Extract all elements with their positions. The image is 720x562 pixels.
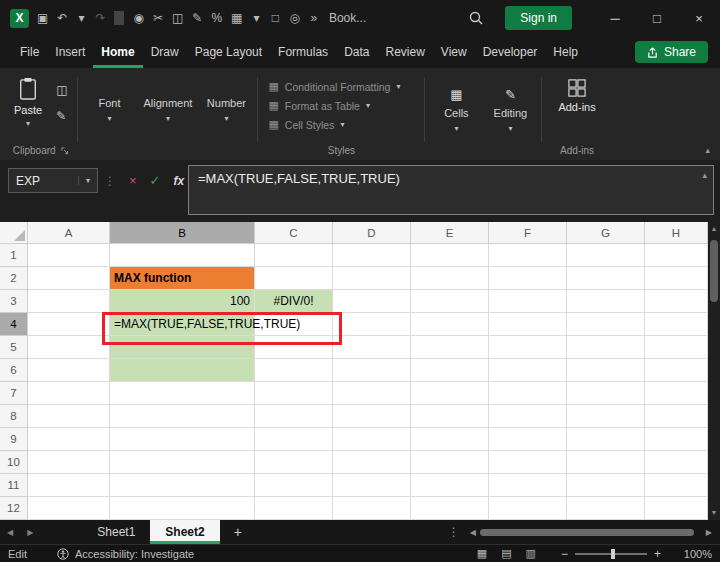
name-box[interactable]: EXP ▾ [8,168,98,193]
undo-icon[interactable]: ↶ [57,11,67,25]
cell-G3[interactable] [567,290,645,313]
row-header-11[interactable]: 11 [0,474,28,497]
sheet-more-icon[interactable]: ⋮ [438,525,470,539]
vertical-scroll-thumb[interactable] [710,240,718,302]
zoom-slider[interactable] [575,548,647,560]
cell-G10[interactable] [567,451,645,474]
menu-tab-developer[interactable]: Developer [475,36,546,68]
column-header-B[interactable]: B [110,222,255,244]
cell-A1[interactable] [28,244,110,267]
row-header-5[interactable]: 5 [0,336,28,359]
cell-H4[interactable] [645,313,708,336]
cell-F8[interactable] [489,405,567,428]
cell-B12[interactable] [110,497,255,520]
cell-C7[interactable] [255,382,333,405]
cell-D3[interactable] [333,290,411,313]
column-header-F[interactable]: F [489,222,567,244]
redo-icon[interactable]: ↷ [95,11,105,25]
cell-G4[interactable] [567,313,645,336]
font-group-button[interactable]: Font▾ [82,73,136,160]
horizontal-scrollbar[interactable]: ◀ ▶ [470,520,720,544]
cell-A3[interactable] [28,290,110,313]
cell-D2[interactable] [333,267,411,290]
cell-B4[interactable]: =MAX(TRUE,FALSE,TRUE,TRUE) [110,313,255,336]
paste-button[interactable]: Paste ▾ [8,73,48,142]
column-header-G[interactable]: G [567,222,645,244]
search-icon[interactable] [455,11,497,25]
menu-tab-view[interactable]: View [433,36,475,68]
cell-B9[interactable] [110,428,255,451]
row-header-10[interactable]: 10 [0,451,28,474]
cell-A4[interactable] [28,313,110,336]
cell-G11[interactable] [567,474,645,497]
maximize-button[interactable]: □ [636,0,678,36]
menu-tab-formulas[interactable]: Formulas [270,36,336,68]
cell-C6[interactable] [255,359,333,382]
cell-E2[interactable] [411,267,489,290]
hscroll-left-icon[interactable]: ◀ [470,528,476,537]
cell-D7[interactable] [333,382,411,405]
cell-A6[interactable] [28,359,110,382]
cell-styles-button[interactable]: ▦Cell Styles▾ [268,115,414,134]
menu-tab-file[interactable]: File [12,36,47,68]
accessibility-status[interactable]: Accessibility: Investigate [57,548,194,560]
cell-D6[interactable] [333,359,411,382]
dialog-launcher-icon[interactable] [61,147,69,155]
column-header-A[interactable]: A [28,222,110,244]
page-layout-view-icon[interactable]: ▤ [501,547,511,560]
cell-G2[interactable] [567,267,645,290]
more-commands-icon[interactable]: » [309,11,319,25]
scroll-up-icon[interactable]: ▲ [711,222,718,236]
cancel-icon[interactable]: × [129,173,137,188]
sheet-tab-sheet1[interactable]: Sheet1 [82,520,150,544]
cell-F10[interactable] [489,451,567,474]
row-header-6[interactable]: 6 [0,359,28,382]
row-header-2[interactable]: 2 [0,267,28,290]
cell-C1[interactable] [255,244,333,267]
menu-tab-review[interactable]: Review [377,36,432,68]
cell-D9[interactable] [333,428,411,451]
cell-C2[interactable] [255,267,333,290]
cell-D5[interactable] [333,336,411,359]
column-header-H[interactable]: H [645,222,708,244]
undo-caret-icon[interactable]: ▾ [76,11,86,25]
cell-C11[interactable] [255,474,333,497]
cell-F7[interactable] [489,382,567,405]
menu-tab-page-layout[interactable]: Page Layout [187,36,270,68]
cell-B3[interactable]: 100 [110,290,255,313]
menu-tab-data[interactable]: Data [336,36,377,68]
cell-F1[interactable] [489,244,567,267]
cell-E12[interactable] [411,497,489,520]
cell-B2[interactable]: MAX function [110,267,255,290]
cell-D11[interactable] [333,474,411,497]
cell-A12[interactable] [28,497,110,520]
cell-D8[interactable] [333,405,411,428]
sheet-tab-sheet2[interactable]: Sheet2 [150,520,219,544]
cell-H1[interactable] [645,244,708,267]
cell-B7[interactable] [110,382,255,405]
menu-tab-insert[interactable]: Insert [47,36,93,68]
cell-E9[interactable] [411,428,489,451]
cell-E10[interactable] [411,451,489,474]
menu-tab-help[interactable]: Help [545,36,586,68]
borders-icon[interactable]: ▦ [231,11,242,25]
sheet-nav-left-icon[interactable]: ◀ [0,528,20,537]
cell-H10[interactable] [645,451,708,474]
sign-in-button[interactable]: Sign in [505,6,572,30]
cell-B11[interactable] [110,474,255,497]
camera-icon[interactable]: ◎ [289,11,299,25]
conditional-formatting-button[interactable]: ▦Conditional Formatting▾ [268,77,414,96]
cell-D1[interactable] [333,244,411,267]
cell-B6[interactable] [110,359,255,382]
cell-H3[interactable] [645,290,708,313]
editing-button[interactable]: ✎ Editing ▾ [483,73,537,160]
minimize-button[interactable]: ─ [594,0,636,36]
cell-B1[interactable] [110,244,255,267]
cell-A8[interactable] [28,405,110,428]
column-header-D[interactable]: D [333,222,411,244]
cell-G7[interactable] [567,382,645,405]
copy-icon[interactable]: ◫ [56,83,67,97]
cell-F6[interactable] [489,359,567,382]
cell-B8[interactable] [110,405,255,428]
number-group-button[interactable]: Number▾ [199,73,253,160]
